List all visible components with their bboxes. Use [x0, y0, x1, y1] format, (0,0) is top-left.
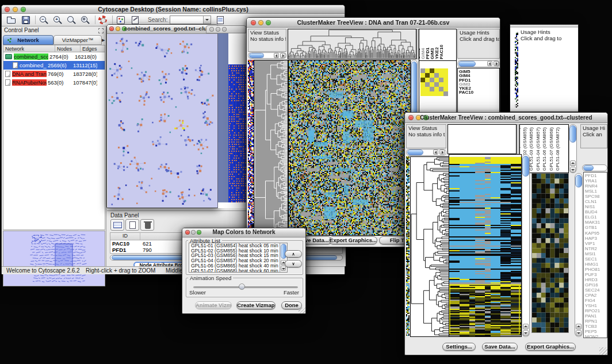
speed-slider-thumb[interactable] [239, 283, 245, 290]
attribute-item[interactable]: GPL51-07 (GSM868) heat shock 60 min [191, 269, 287, 273]
gene-label[interactable]: HRD3 [585, 277, 607, 282]
gene-label[interactable]: GTB1 [585, 225, 607, 230]
animate-vizmap-button[interactable]: Animate Vizmap [195, 301, 232, 309]
summary-cell[interactable] [420, 87, 425, 91]
treeview1-gene-dendrogram-pane[interactable] [254, 60, 288, 236]
summary-cell[interactable] [439, 82, 443, 87]
treeview2-gene-dendrogram-pane[interactable] [410, 156, 449, 337]
gene-label[interactable]: CLN1 [585, 199, 607, 204]
gene-label[interactable]: YRA1 [585, 178, 607, 183]
summary-cell[interactable] [434, 73, 439, 78]
gene-label[interactable]: YSH1 [585, 303, 607, 308]
summary-cell[interactable] [425, 78, 430, 82]
col-id[interactable]: ID [110, 233, 140, 240]
gene-label[interactable]: BUD4 [585, 209, 607, 214]
network-table-row[interactable]: combined_scores2764(0)16218(0) [3, 52, 105, 61]
gene-label[interactable]: MAK31 [585, 220, 607, 225]
gene-label[interactable]: RPN1 [585, 319, 607, 324]
summary-cell[interactable] [430, 68, 434, 73]
network-name[interactable]: RNAPuberNov2+ [12, 79, 47, 86]
summary-cell[interactable] [439, 73, 443, 78]
summary-cell[interactable] [425, 73, 430, 78]
summary-cell[interactable] [434, 91, 439, 96]
gene-label[interactable]: ELG1 [585, 214, 607, 220]
gene-label[interactable]: PFD1 [585, 173, 607, 178]
gene-label[interactable]: PHO81 [585, 267, 607, 272]
summary-cell[interactable] [430, 78, 434, 82]
summary-cell[interactable] [420, 91, 425, 96]
delete-attribute-trash-icon[interactable] [140, 219, 154, 231]
scroll-right-icon[interactable] [439, 150, 445, 155]
treeview2-status-hscrollbar[interactable] [406, 149, 446, 156]
treeview2-label-vscrollbar[interactable] [569, 124, 577, 173]
summary-cell[interactable] [420, 78, 425, 82]
birdseye-view[interactable] [3, 231, 105, 286]
gene-label[interactable]: GPI16 [585, 282, 607, 288]
birdseye-canvas[interactable] [3, 231, 105, 286]
gene-label[interactable]: VIP1 [585, 241, 607, 246]
treeview2-heatmap-pane[interactable] [449, 154, 522, 337]
dense-network-canvas[interactable] [228, 64, 247, 202]
summary-cell[interactable] [443, 87, 448, 91]
gene-label[interactable]: MON2 [585, 334, 607, 338]
summary-cell[interactable] [430, 91, 434, 96]
zoom-out-icon[interactable]: − [40, 16, 50, 26]
create-vizmap-button[interactable]: Create Vizmap [236, 301, 276, 309]
float-panel-icon[interactable] [98, 28, 104, 33]
export-graphics-button[interactable]: Export Graphics... [329, 236, 377, 244]
gene-label[interactable]: HAP3 [585, 236, 607, 241]
gene-label[interactable]: PEP5 [585, 329, 607, 334]
treeview1-array-dendrogram-pane[interactable] [288, 29, 416, 59]
gene-label[interactable]: PAN1 [585, 313, 607, 319]
gene-label[interactable]: FIG4 [585, 298, 607, 303]
summary-cell[interactable] [420, 68, 425, 73]
gene-label[interactable]: KAP95 [585, 231, 607, 236]
summary-cell[interactable] [425, 82, 430, 87]
network-table-row[interactable]: combined_sco2569(6)13112(15) [3, 61, 105, 70]
zoom-in-icon[interactable]: + [53, 16, 64, 26]
search-options-icon[interactable] [216, 16, 226, 25]
array-label[interactable]: GPL51-07 (GSM868) [549, 127, 554, 171]
array-label[interactable]: GPL51-08 (GSM872) [555, 127, 560, 171]
scroll-right-icon[interactable] [280, 53, 285, 58]
gene-label[interactable]: PUF3 [585, 272, 607, 277]
summary-cell[interactable] [430, 82, 434, 87]
tab-overflow-arrow[interactable]: ▶ [102, 35, 106, 45]
network-name[interactable]: DNA and Tran 07 [12, 71, 47, 77]
new-attribute-icon[interactable] [125, 219, 139, 231]
treeview2-vscrollbar[interactable] [522, 154, 530, 337]
tab-vizmapper[interactable]: VizMapper™ [53, 35, 102, 45]
summary-cell[interactable] [425, 91, 430, 96]
summary-cell[interactable] [425, 68, 430, 73]
summary-cell[interactable] [420, 73, 425, 78]
zoom-fit-icon[interactable] [81, 16, 91, 26]
summary-cell[interactable] [434, 87, 439, 91]
summary-cell[interactable] [443, 82, 448, 87]
main-title-bar[interactable]: Cytoscape Desktop (Session Name: collins… [2, 5, 345, 14]
treeview2-array-dendrogram-pane[interactable] [447, 124, 517, 154]
scroll-left-icon[interactable] [274, 53, 279, 58]
summary-cell[interactable] [443, 78, 448, 82]
treeview1-hints-hscrollbar[interactable] [457, 60, 500, 67]
network-canvas[interactable] [108, 34, 217, 208]
network-name[interactable]: combined_scores [14, 53, 48, 60]
treeview1-title-bar[interactable]: ClusterMaker TreeView : DNA and Tran 07-… [247, 18, 500, 28]
scroll-down-icon[interactable] [570, 167, 576, 173]
summary-cell[interactable] [443, 91, 448, 96]
zoom-selected-icon[interactable] [67, 16, 78, 26]
treeview1-global-view[interactable] [248, 60, 254, 235]
speed-slider-track[interactable] [193, 286, 298, 288]
export-graphics-button[interactable]: Export Graphics... [525, 343, 576, 351]
summary-cell[interactable] [430, 73, 434, 78]
minimize-icon[interactable] [216, 27, 220, 32]
summary-cell[interactable] [425, 87, 430, 91]
save-data-button[interactable]: Save Data... [482, 343, 518, 351]
gene-label[interactable]: NTR2 [585, 246, 607, 251]
search-dropdown-icon[interactable] [203, 16, 211, 24]
scroll-up-icon[interactable] [576, 324, 582, 329]
summary-cell[interactable] [439, 87, 443, 91]
network-table-row[interactable]: DNA and Tran 07769(0)183728(0) [3, 70, 105, 78]
summary-cell[interactable] [434, 68, 439, 73]
gene-label[interactable]: MSI1 [585, 251, 607, 256]
dialog-title-bar[interactable]: Map Colors to Network [182, 228, 305, 237]
